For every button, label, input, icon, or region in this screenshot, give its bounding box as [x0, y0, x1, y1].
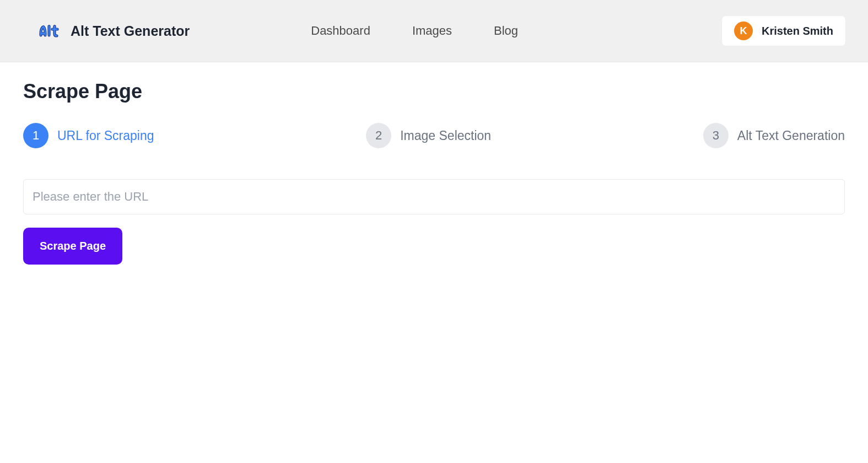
step-image-selection[interactable]: 2 Image Selection — [366, 123, 491, 148]
logo-area[interactable]: Alt Text Generator — [37, 21, 190, 41]
avatar: K — [734, 21, 753, 40]
step-number: 2 — [366, 123, 391, 148]
user-menu[interactable]: K Kristen Smith — [721, 15, 846, 46]
nav-blog[interactable]: Blog — [494, 24, 518, 38]
scrape-page-button[interactable]: Scrape Page — [23, 228, 122, 265]
step-label: Alt Text Generation — [737, 128, 845, 143]
logo-icon — [37, 21, 64, 41]
user-name: Kristen Smith — [762, 25, 833, 37]
step-label: URL for Scraping — [57, 128, 154, 143]
step-alt-text-generation[interactable]: 3 Alt Text Generation — [703, 123, 845, 148]
page-title: Scrape Page — [23, 80, 845, 103]
app-title: Alt Text Generator — [71, 23, 190, 39]
step-url-scraping[interactable]: 1 URL for Scraping — [23, 123, 154, 148]
main-content: Scrape Page 1 URL for Scraping 2 Image S… — [0, 62, 868, 282]
step-number: 3 — [703, 123, 729, 148]
header: Alt Text Generator Dashboard Images Blog… — [0, 0, 868, 62]
nav-images[interactable]: Images — [412, 24, 452, 38]
step-label: Image Selection — [400, 128, 491, 143]
url-input[interactable] — [23, 179, 845, 214]
main-nav: Dashboard Images Blog — [311, 24, 518, 38]
stepper: 1 URL for Scraping 2 Image Selection 3 A… — [23, 123, 845, 148]
nav-dashboard[interactable]: Dashboard — [311, 24, 370, 38]
step-number: 1 — [23, 123, 48, 148]
